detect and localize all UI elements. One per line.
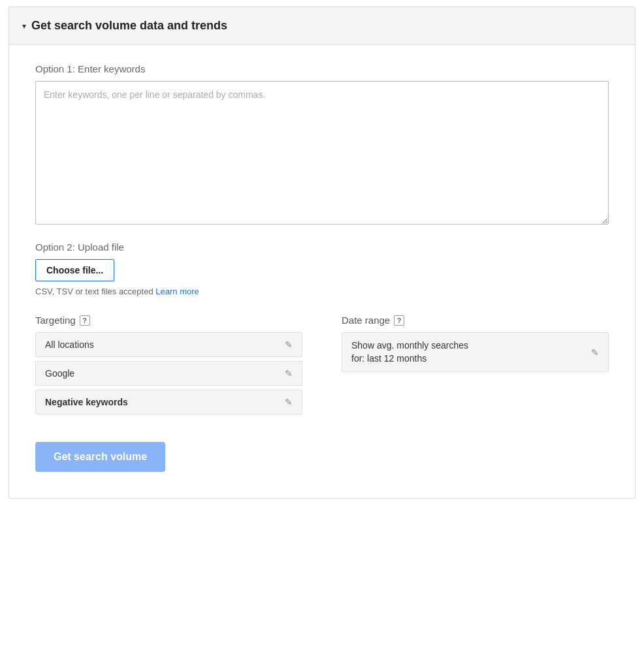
date-range-column: Date range ? Show avg. monthly searches … (342, 315, 609, 418)
targeting-daterange-row: Targeting ? All locations ✎ Google ✎ Neg… (35, 315, 609, 418)
date-range-text: Show avg. monthly searches for: last 12 … (351, 339, 468, 365)
keywords-textarea[interactable] (35, 81, 609, 225)
option2-label: Option 2: Upload file (35, 242, 609, 253)
date-range-label: Date range ? (342, 315, 609, 326)
targeting-negative-keywords-text: Negative keywords (45, 397, 128, 407)
get-search-volume-button[interactable]: Get search volume (35, 442, 165, 472)
targeting-item-google[interactable]: Google ✎ (35, 361, 302, 386)
section-title: Get search volume data and trends (31, 19, 227, 33)
date-range-item[interactable]: Show avg. monthly searches for: last 12 … (342, 332, 609, 372)
edit-google-icon: ✎ (285, 368, 293, 379)
targeting-help-icon[interactable]: ? (80, 315, 90, 326)
targeting-item-negative-keywords[interactable]: Negative keywords ✎ (35, 390, 302, 414)
targeting-locations-text: All locations (45, 339, 94, 350)
targeting-label: Targeting ? (35, 315, 302, 326)
targeting-google-text: Google (45, 368, 74, 379)
collapse-arrow-icon[interactable]: ▾ (22, 22, 26, 31)
targeting-column: Targeting ? All locations ✎ Google ✎ Neg… (35, 315, 302, 418)
edit-negative-keywords-icon: ✎ (285, 397, 293, 407)
choose-file-button[interactable]: Choose file... (35, 259, 114, 281)
edit-date-range-icon: ✎ (591, 347, 599, 358)
edit-locations-icon: ✎ (285, 339, 293, 350)
option1-label: Option 1: Enter keywords (35, 63, 609, 74)
date-range-help-icon[interactable]: ? (394, 315, 404, 326)
main-container: ▾ Get search volume data and trends Opti… (8, 7, 636, 499)
section-header: ▾ Get search volume data and trends (9, 7, 635, 45)
targeting-item-locations[interactable]: All locations ✎ (35, 332, 302, 357)
learn-more-link[interactable]: Learn more (155, 287, 199, 296)
file-note: CSV, TSV or text files accepted Learn mo… (35, 287, 609, 296)
content-area: Option 1: Enter keywords Option 2: Uploa… (9, 45, 635, 498)
